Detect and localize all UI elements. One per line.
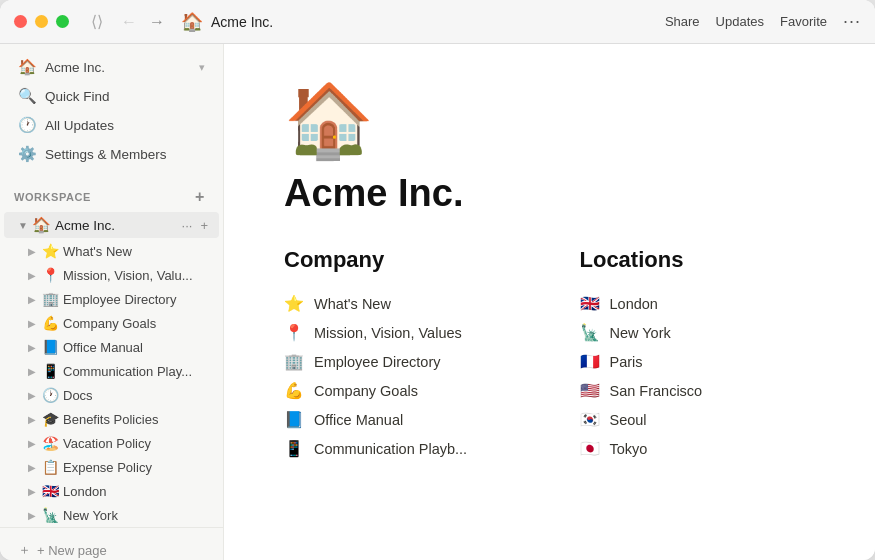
benefits-icon: 🎓 [42, 411, 59, 427]
sidebar-item-communication[interactable]: ▶ 📱 Communication Play... [4, 359, 219, 383]
new-page-button[interactable]: ＋ + New page [4, 536, 219, 560]
favorite-button[interactable]: Favorite [780, 14, 827, 29]
workspace-chevron-icon: ▾ [199, 61, 205, 74]
close-button[interactable] [14, 15, 27, 28]
sidebar-item-quick-find[interactable]: 🔍 Quick Find [4, 82, 219, 110]
titlebar-title: Acme Inc. [211, 14, 273, 30]
link-whats-new[interactable]: ⭐ What's New [284, 289, 520, 318]
tree-chevron-icon: ▶ [28, 462, 36, 473]
sidebar-item-benefits[interactable]: ▶ 🎓 Benefits Policies [4, 407, 219, 431]
all-updates-label: All Updates [45, 118, 205, 133]
san-francisco-link-icon: 🇺🇸 [580, 381, 600, 400]
nav-arrows: ← → [117, 11, 169, 33]
new-page-label: + New page [37, 543, 107, 558]
link-employee-directory[interactable]: 🏢 Employee Directory [284, 347, 520, 376]
root-workspace-icon: 🏠 [32, 216, 51, 234]
sidebar-item-whats-new[interactable]: ▶ ⭐ What's New [4, 239, 219, 263]
tokyo-link-text: Tokyo [610, 441, 648, 457]
quick-find-label: Quick Find [45, 89, 205, 104]
mission-label: Mission, Vision, Valu... [63, 268, 211, 283]
sidebar-item-docs[interactable]: ▶ 🕐 Docs [4, 383, 219, 407]
office-manual-icon: 📘 [42, 339, 59, 355]
sidebar-item-settings[interactable]: ⚙️ Settings & Members [4, 140, 219, 168]
more-button[interactable]: ··· [843, 11, 861, 32]
forward-button[interactable]: → [145, 11, 169, 33]
tree-chevron-icon: ▶ [28, 318, 36, 329]
seoul-link-icon: 🇰🇷 [580, 410, 600, 429]
sidebar-workspace-name[interactable]: 🏠 Acme Inc. ▾ [4, 53, 219, 81]
whats-new-link-text: What's New [314, 296, 391, 312]
sidebar-item-vacation-policy[interactable]: ▶ 🏖️ Vacation Policy [4, 431, 219, 455]
link-communication-playbook[interactable]: 📱 Communication Playb... [284, 434, 520, 463]
sidebar-collapse-button[interactable]: ⟨⟩ [85, 10, 109, 33]
link-seoul[interactable]: 🇰🇷 Seoul [580, 405, 816, 434]
root-chevron-icon: ▼ [18, 220, 28, 231]
settings-label: Settings & Members [45, 147, 205, 162]
new-york-link-icon: 🗽 [580, 323, 600, 342]
communication-icon: 📱 [42, 363, 59, 379]
company-goals-icon: 💪 [42, 315, 59, 331]
sidebar-item-mission[interactable]: ▶ 📍 Mission, Vision, Valu... [4, 263, 219, 287]
updates-button[interactable]: Updates [716, 14, 764, 29]
sidebar-item-employee-directory[interactable]: ▶ 🏢 Employee Directory [4, 287, 219, 311]
employee-directory-label: Employee Directory [63, 292, 211, 307]
workspace-add-page-button[interactable]: + [197, 217, 211, 234]
office-manual-link-text: Office Manual [314, 412, 403, 428]
communication-link-icon: 📱 [284, 439, 304, 458]
employee-directory-icon: 🏢 [42, 291, 59, 307]
employee-directory-link-text: Employee Directory [314, 354, 441, 370]
sidebar-item-office-manual[interactable]: ▶ 📘 Office Manual [4, 335, 219, 359]
sidebar-bottom: ＋ + New page [0, 527, 223, 560]
paris-link-text: Paris [610, 354, 643, 370]
minimize-button[interactable] [35, 15, 48, 28]
sidebar-item-all-updates[interactable]: 🕐 All Updates [4, 111, 219, 139]
sidebar-item-expense-policy[interactable]: ▶ 📋 Expense Policy [4, 455, 219, 479]
sidebar-item-london[interactable]: ▶ 🇬🇧 London [4, 479, 219, 503]
tree-chevron-icon: ▶ [28, 510, 36, 521]
whats-new-label: What's New [63, 244, 211, 259]
link-company-goals[interactable]: 💪 Company Goals [284, 376, 520, 405]
link-san-francisco[interactable]: 🇺🇸 San Francisco [580, 376, 816, 405]
tree-chevron-icon: ▶ [28, 270, 36, 281]
new-york-label: New York [63, 508, 211, 523]
sidebar-item-company-goals[interactable]: ▶ 💪 Company Goals [4, 311, 219, 335]
expense-icon: 📋 [42, 459, 59, 475]
mission-link-icon: 📍 [284, 323, 304, 342]
workspace-name-label: Acme Inc. [45, 60, 191, 75]
communication-label: Communication Play... [63, 364, 211, 379]
link-mission[interactable]: 📍 Mission, Vision, Values [284, 318, 520, 347]
content-columns: Company ⭐ What's New 📍 Mission, Vision, … [284, 247, 815, 463]
search-icon: 🔍 [18, 87, 37, 105]
maximize-button[interactable] [56, 15, 69, 28]
link-london[interactable]: 🇬🇧 London [580, 289, 816, 318]
new-york-link-text: New York [610, 325, 671, 341]
docs-label: Docs [63, 388, 211, 403]
link-new-york[interactable]: 🗽 New York [580, 318, 816, 347]
london-link-icon: 🇬🇧 [580, 294, 600, 313]
new-york-icon: 🗽 [42, 507, 59, 523]
titlebar-actions: Share Updates Favorite ··· [665, 11, 861, 32]
page-header-icon: 🏠 [284, 84, 815, 156]
app-window: ⟨⟩ ← → 🏠 Acme Inc. Share Updates Favorit… [0, 0, 875, 560]
company-goals-link-text: Company Goals [314, 383, 418, 399]
london-label: London [63, 484, 211, 499]
tree-chevron-icon: ▶ [28, 342, 36, 353]
link-paris[interactable]: 🇫🇷 Paris [580, 347, 816, 376]
workspace-root-item[interactable]: ▼ 🏠 Acme Inc. ··· + [4, 212, 219, 238]
link-tokyo[interactable]: 🇯🇵 Tokyo [580, 434, 816, 463]
link-office-manual[interactable]: 📘 Office Manual [284, 405, 520, 434]
workspace-section-header: WORKSPACE + [0, 177, 223, 211]
titlebar: ⟨⟩ ← → 🏠 Acme Inc. Share Updates Favorit… [0, 0, 875, 44]
page-icon-small: 🏠 [181, 11, 203, 33]
workspace-header-label: WORKSPACE [14, 191, 91, 203]
tree-chevron-icon: ▶ [28, 366, 36, 377]
workspace-options-button[interactable]: ··· [179, 217, 196, 234]
back-button[interactable]: ← [117, 11, 141, 33]
office-manual-label: Office Manual [63, 340, 211, 355]
share-button[interactable]: Share [665, 14, 700, 29]
sidebar-item-new-york[interactable]: ▶ 🗽 New York [4, 503, 219, 527]
workspace-add-button[interactable]: + [191, 187, 209, 207]
gear-icon: ⚙️ [18, 145, 37, 163]
seoul-link-text: Seoul [610, 412, 647, 428]
main-body: 🏠 Acme Inc. ▾ 🔍 Quick Find 🕐 All Updates… [0, 44, 875, 560]
